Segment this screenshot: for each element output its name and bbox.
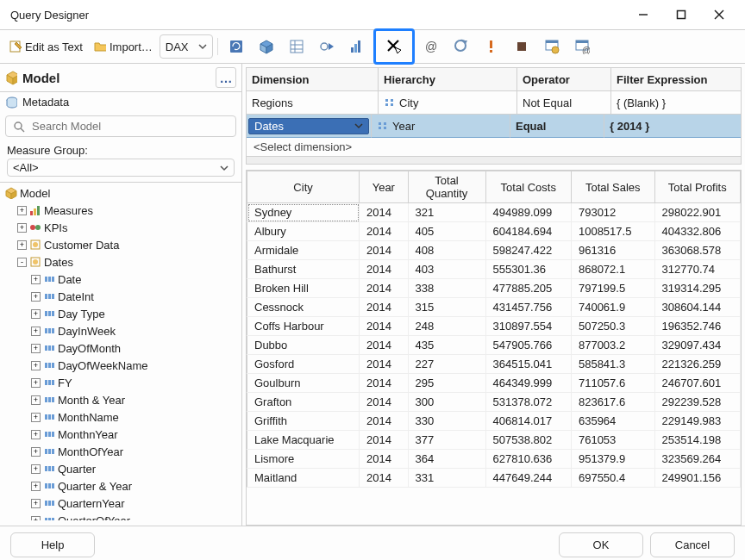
ok-button[interactable]: OK [559, 532, 643, 557]
grid-cell[interactable]: 364 [408, 450, 485, 469]
expand-icon[interactable]: + [31, 482, 41, 491]
filter-expression-cell[interactable]: { 2014 } [604, 115, 741, 138]
grid-cell[interactable]: 377 [408, 431, 485, 450]
grid-cell[interactable]: Griffith [247, 412, 360, 431]
grid-cell[interactable]: 227 [408, 355, 485, 374]
expand-icon[interactable]: + [31, 499, 41, 508]
expand-icon[interactable]: + [31, 395, 41, 405]
grid-cell[interactable]: 253514.198 [654, 431, 740, 450]
grid-row[interactable]: Lake Macquarie2014377507538.802761053253… [247, 431, 741, 450]
select-dimension-placeholder[interactable]: <Select dimension> [247, 138, 741, 156]
prepare-query-button[interactable]: @ [568, 35, 596, 58]
tree-node-date-field[interactable]: +DayOfMonth [3, 339, 241, 357]
metadata-header[interactable]: Metadata [0, 91, 241, 112]
grid-cell[interactable]: Gosford [247, 355, 360, 374]
grid-cell[interactable]: 547905.766 [485, 336, 571, 355]
tree-node-date-field[interactable]: +MonthName [3, 408, 241, 426]
grid-header-cell[interactable]: City [247, 171, 360, 203]
grid-row[interactable]: Gosford2014227364515.041585841.3221326.2… [247, 355, 741, 374]
grid-cell[interactable]: 2014 [360, 222, 408, 241]
tree-node-kpis[interactable]: + KPIs [3, 219, 241, 236]
grid-header-cell[interactable]: Total Profits [654, 171, 740, 203]
grid-cell[interactable]: 531378.072 [485, 393, 571, 412]
design-mode-button[interactable] [478, 35, 505, 58]
collapse-icon[interactable]: - [17, 258, 27, 267]
grid-cell[interactable]: 604184.694 [485, 222, 571, 241]
show-empty-cells-button[interactable] [283, 35, 310, 58]
grid-cell[interactable]: 877003.2 [571, 336, 654, 355]
grid-cell[interactable]: Lake Macquarie [247, 431, 360, 450]
grid-cell[interactable]: 2014 [360, 450, 408, 469]
grid-cell[interactable]: Bathurst [247, 260, 360, 279]
grid-header-cell[interactable]: Total Costs [485, 171, 571, 203]
grid-cell[interactable]: 627810.636 [485, 450, 571, 469]
filter-row[interactable]: DatesYearEqual{ 2014 } [247, 115, 741, 138]
grid-cell[interactable]: 2014 [360, 469, 408, 488]
grid-cell[interactable]: 248 [408, 317, 485, 336]
grid-cell[interactable]: 435 [408, 336, 485, 355]
tree-node-date-field[interactable]: +Day Type [3, 305, 241, 322]
grid-cell[interactable]: 711057.6 [571, 374, 654, 393]
grid-row[interactable]: Dubbo2014435547905.766877003.2329097.434 [247, 336, 741, 355]
show-aggregations-button[interactable] [343, 35, 371, 58]
execute-button[interactable]: @ [417, 35, 445, 58]
grid-header-cell[interactable]: Total Sales [571, 171, 654, 203]
grid-row[interactable]: Lismore2014364627810.636951379.9323569.2… [247, 450, 741, 469]
minimize-button[interactable] [624, 3, 662, 27]
grid-cell[interactable]: 823617.6 [571, 393, 654, 412]
grid-cell[interactable]: Broken Hill [247, 279, 360, 298]
grid-cell[interactable]: 464349.999 [485, 374, 571, 393]
grid-cell[interactable]: 321 [408, 203, 485, 222]
tree-node-date-field[interactable]: +QuarterOfYear [3, 512, 241, 520]
tree-node-date-field[interactable]: +MonthnYear [3, 426, 241, 443]
stop-button[interactable] [508, 35, 535, 58]
tree-node-date-field[interactable]: +QuarternYear [3, 495, 241, 512]
tree-node-date-field[interactable]: +Date [3, 271, 241, 288]
grid-row[interactable]: Cessnock2014315431457.756740061.9308604.… [247, 298, 741, 317]
tree-root[interactable]: Model [3, 184, 241, 202]
grid-cell[interactable]: 431457.756 [485, 298, 571, 317]
filter-dimension-cell[interactable]: Dates [247, 115, 372, 138]
maximize-button[interactable] [662, 3, 700, 27]
refresh-button[interactable] [222, 35, 250, 58]
grid-cell[interactable]: 585841.3 [571, 355, 654, 374]
grid-cell[interactable]: 2014 [360, 374, 408, 393]
grid-header-cell[interactable]: Total Quantity [408, 171, 485, 203]
grid-cell[interactable]: 507250.3 [571, 317, 654, 336]
grid-cell[interactable]: 404332.806 [654, 222, 740, 241]
grid-cell[interactable]: 2014 [360, 298, 408, 317]
grid-row[interactable]: Armidale2014408598247.422961316363068.57… [247, 241, 741, 260]
search-model-wrap[interactable] [5, 115, 236, 137]
grid-cell[interactable]: 406814.017 [485, 412, 571, 431]
grid-cell[interactable]: 447649.244 [485, 469, 571, 488]
grid-cell[interactable]: 2014 [360, 355, 408, 374]
tree-node-customer-data[interactable]: + Customer Data [3, 236, 241, 253]
tree-node-date-field[interactable]: +DateInt [3, 288, 241, 305]
grid-cell[interactable]: 740061.9 [571, 298, 654, 317]
tree-node-dates[interactable]: - Dates [3, 253, 241, 271]
grid-cell[interactable]: 246707.601 [654, 374, 740, 393]
import-button[interactable]: Import… [90, 34, 157, 59]
grid-cell[interactable]: 249901.156 [654, 469, 740, 488]
grid-cell[interactable]: 292239.528 [654, 393, 740, 412]
grid-cell[interactable]: Sydney [247, 203, 360, 222]
grid-cell[interactable]: 477885.205 [485, 279, 571, 298]
expand-icon[interactable]: + [17, 223, 27, 233]
grid-row[interactable]: Grafton2014300531378.072823617.6292239.5… [247, 393, 741, 412]
filter-operator-cell[interactable]: Equal [510, 115, 604, 138]
tree-node-date-field[interactable]: +DayOfWeekName [3, 357, 241, 374]
grid-cell[interactable]: Cessnock [247, 298, 360, 317]
tree-node-date-field[interactable]: +Quarter & Year [3, 477, 241, 495]
data-grid[interactable]: CityYearTotal QuantityTotal CostsTotal S… [246, 170, 742, 526]
tree-node-measures[interactable]: + Measures [3, 202, 241, 219]
expand-icon[interactable]: + [17, 240, 27, 250]
expand-icon[interactable]: + [31, 413, 41, 422]
grid-cell[interactable]: Maitland [247, 469, 360, 488]
grid-row[interactable]: Maitland2014331447649.244697550.4249901.… [247, 469, 741, 488]
grid-row[interactable]: Albury2014405604184.6941008517.5404332.8… [247, 222, 741, 241]
grid-cell[interactable]: 761053 [571, 431, 654, 450]
grid-cell[interactable]: 598247.422 [485, 241, 571, 260]
grid-cell[interactable]: Grafton [247, 393, 360, 412]
command-type-select[interactable]: DAX [160, 34, 213, 59]
grid-row[interactable]: Broken Hill2014338477885.205797199.53193… [247, 279, 741, 298]
